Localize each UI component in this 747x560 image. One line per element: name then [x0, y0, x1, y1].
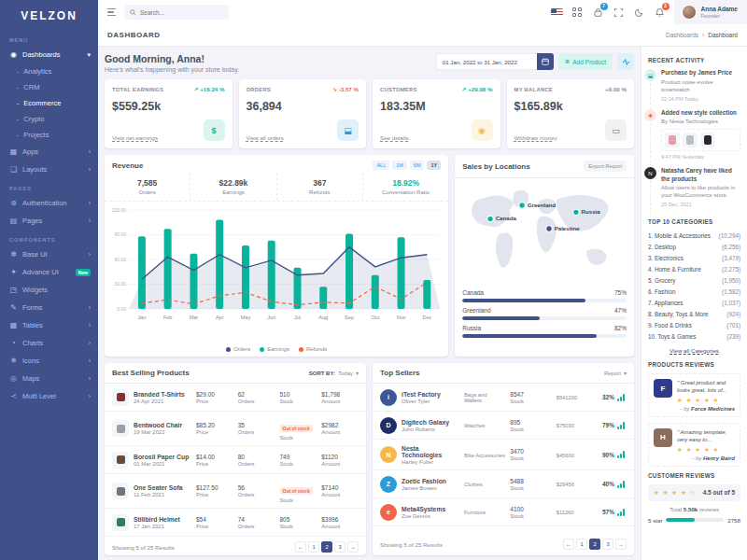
view-all-categories-link[interactable]: View all Categories — [648, 347, 740, 354]
sidebar-subitem-analytics[interactable]: Analytics — [0, 63, 98, 79]
sidebar-item-icons[interactable]: ✵Icons› — [0, 352, 98, 370]
category-row[interactable]: 2. Desktop(6,256) — [648, 242, 740, 253]
map-marker-palestine[interactable] — [546, 226, 552, 231]
sidebar-subitem-projects[interactable]: Projects — [0, 127, 98, 143]
sidebar-item-forms[interactable]: ✎Forms› — [0, 299, 98, 316]
maps-icon: ◎ — [9, 374, 18, 383]
seller-logo: N — [380, 446, 397, 463]
product-name-cell: Stillbird Helmet17 Jan 2021 — [134, 516, 191, 529]
page-button-3[interactable]: 3 — [334, 541, 345, 553]
language-flag-icon[interactable] — [551, 7, 563, 19]
user-menu[interactable]: Anna Adame Founder — [674, 0, 747, 24]
table-row[interactable]: Bentwood Chair19 Mar 2021$85.20Price35Or… — [105, 412, 366, 446]
export-report-button[interactable]: Export Report — [584, 161, 627, 172]
cell-amount: $1120Amount — [321, 454, 359, 467]
report-dropdown[interactable]: Report ▾ — [604, 370, 627, 376]
category-row[interactable]: 5. Grocery(1,950) — [648, 275, 740, 287]
activity-item: ✚Added new style collectionBy Nesta Tech… — [650, 109, 740, 168]
revenue-filter-1y[interactable]: 1Y — [427, 161, 441, 170]
sidebar-subitem-crm[interactable]: CRM — [0, 79, 98, 95]
product-thumbnail — [665, 133, 680, 147]
cell-label: Stock — [280, 399, 317, 404]
review-quote: " Great product and looks great, lots of… — [677, 379, 735, 395]
page-button-←[interactable]: ← — [295, 541, 306, 553]
topbar: 7 3 Anna Adame Founder — [98, 0, 747, 24]
category-row[interactable]: 1. Mobile & Accessories(10,294) — [648, 231, 740, 242]
cell-label: Stock — [280, 497, 317, 503]
breadcrumb-parent[interactable]: Dashboards — [666, 32, 698, 38]
dark-mode-moon-icon[interactable] — [633, 7, 645, 19]
page-button-2[interactable]: 2 — [321, 541, 332, 553]
table-row[interactable]: ZZoetic FashionJames BowenClothes5488Sto… — [373, 470, 634, 498]
page-button-3[interactable]: 3 — [602, 539, 613, 550]
sidebar-item-advance-ui[interactable]: ✦Advance UINew — [0, 263, 98, 281]
map-marker-greenland[interactable] — [519, 203, 525, 208]
category-row[interactable]: 9. Food & Drinks(701) — [648, 320, 740, 331]
app-logo[interactable]: VELZON — [0, 0, 98, 30]
sidebar-item-pages[interactable]: ▤Pages› — [0, 212, 98, 230]
notifications-badge: 3 — [662, 3, 669, 10]
table-row[interactable]: One Seater Sofa11 Feb 2021$127.50Price56… — [105, 474, 366, 509]
stat-value: $22.89k — [190, 178, 275, 188]
cell-percent: 32% — [602, 394, 627, 401]
sidebar-item-maps[interactable]: ◎Maps› — [0, 370, 98, 387]
map-marker-russia[interactable] — [573, 209, 579, 215]
search-input[interactable] — [140, 9, 219, 16]
search-box[interactable] — [124, 5, 229, 20]
page-button-1[interactable]: 1 — [308, 541, 319, 553]
sort-by-dropdown[interactable]: SORT BY: Today ▾ — [309, 370, 359, 376]
page-button-1[interactable]: 1 — [576, 539, 587, 550]
map-marker-canada[interactable] — [487, 216, 493, 221]
category-row[interactable]: 10. Toys & Games(239) — [648, 331, 740, 343]
activity-shortcut-button[interactable] — [617, 53, 634, 70]
kpi-link[interactable]: See details — [380, 134, 409, 141]
apps-grid-icon[interactable] — [571, 7, 584, 19]
world-map[interactable]: GreenlandCanadaRussiaPalestine — [455, 178, 634, 283]
fullscreen-icon[interactable] — [613, 7, 625, 19]
sidebar-subitem-crypto[interactable]: Crypto — [0, 111, 98, 127]
sidebar-item-tables[interactable]: ▦Tables› — [0, 316, 98, 334]
kpi-link[interactable]: Withdraw money — [514, 134, 557, 141]
category-row[interactable]: 8. Beauty, Toys & More(924) — [648, 309, 740, 320]
revenue-filter-1m[interactable]: 1M — [392, 161, 407, 170]
svg-text:Jun: Jun — [267, 315, 275, 320]
category-count: (10,294) — [719, 231, 740, 242]
table-row[interactable]: DDigitech GalaxyJohn RobertsWatches895St… — [373, 412, 634, 440]
table-row[interactable]: Borosil Paper Cup01 Mar 2021$14.00Price8… — [105, 446, 366, 474]
table-row[interactable]: eMeta4SystemsZoe DennisFurniture4100Stoc… — [373, 498, 634, 526]
table-row[interactable]: Branded T-Shirts24 Apr 2021$29.00Price62… — [105, 384, 366, 412]
calendar-button[interactable] — [537, 53, 554, 70]
page-button-←[interactable]: ← — [563, 539, 574, 550]
add-product-button[interactable]: ⊕Add Product — [558, 53, 613, 70]
table-row[interactable]: Stillbird Helmet17 Jan 2021$54Price74Ord… — [105, 509, 366, 537]
category-row[interactable]: 4. Home & Furniture(2,275) — [648, 264, 740, 275]
cart-icon[interactable]: 7 — [592, 7, 604, 19]
category-row[interactable]: 6. Fashion(1,582) — [648, 287, 740, 298]
category-row[interactable]: 3. Electronics(3,479) — [648, 253, 740, 264]
revenue-filter-all[interactable]: ALL — [373, 161, 389, 170]
table-row[interactable]: iiTest FactoryOliver TylerBags and Walle… — [373, 384, 634, 412]
sidebar-item-layouts[interactable]: ❏Layouts› — [0, 161, 98, 178]
sidebar-item-base-ui[interactable]: ✻Base UI› — [0, 245, 98, 263]
category-row[interactable]: 7. Appliances(1,037) — [648, 298, 740, 309]
sidebar-item-widgets[interactable]: ◳Widgets — [0, 281, 98, 299]
sidebar-item-multi-level[interactable]: ≺Multi Level› — [0, 387, 98, 405]
kpi-link[interactable]: View all orders — [247, 134, 284, 141]
page-button-→[interactable]: → — [347, 541, 359, 553]
table-row[interactable]: NNesta TechnologiesHarley FullerBike Acc… — [373, 440, 634, 470]
date-range-input[interactable]: 01 Jan, 2022 to 31 Jan, 2022 — [436, 53, 537, 70]
revenue-filter-6m[interactable]: 6M — [410, 161, 425, 170]
revenue-filters: ALL1M6M1Y — [373, 161, 441, 170]
hamburger-menu-icon[interactable] — [106, 7, 118, 19]
sidebar-item-charts[interactable]: ◔Charts› — [0, 334, 98, 352]
sidebar-subitem-ecommerce[interactable]: Ecommerce — [0, 95, 98, 111]
svg-text:Sep: Sep — [345, 315, 354, 320]
kpi-link[interactable]: View net earnings — [112, 134, 158, 141]
page-button-2[interactable]: 2 — [589, 539, 600, 550]
notifications-bell-icon[interactable]: 3 — [654, 7, 666, 19]
sidebar-item-authentication[interactable]: ⊛Authentication› — [0, 194, 98, 212]
sidebar-item-dashboards[interactable]: ◉Dashboards▾ — [0, 46, 98, 63]
sidebar-item-apps[interactable]: ▦Apps› — [0, 143, 98, 161]
cell-amount: $3996Amount — [321, 516, 359, 529]
page-button-→[interactable]: → — [615, 539, 627, 550]
